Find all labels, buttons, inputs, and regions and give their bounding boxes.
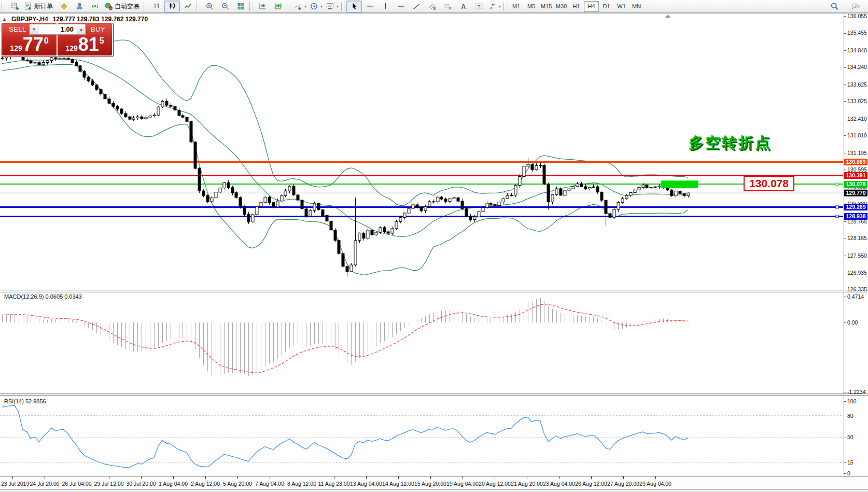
chart-area[interactable]: 136.055135.455134.840134.240133.625133.0… xyxy=(0,0,868,492)
time-tick-label: 19 Aug 04:00 xyxy=(446,481,479,487)
macd-min-label: -1.2234 xyxy=(847,389,866,395)
svg-text:130.391: 130.391 xyxy=(846,172,866,178)
time-tick-label: 21 Aug 20:00 xyxy=(511,481,543,487)
ohlc-values: 129.777 129.783 129.762 129.770 xyxy=(53,16,148,23)
collapse-panel-icon[interactable]: ▲ xyxy=(2,17,7,22)
time-tick-label: 29 Aug 04:00 xyxy=(639,481,671,487)
svg-text:129.269: 129.269 xyxy=(846,204,866,210)
price-tick-label: 131.195 xyxy=(847,150,867,156)
buy-price-pips: 81 xyxy=(78,35,99,54)
price-tick-label: 131.810 xyxy=(847,132,867,138)
rsi-tick-label: 15 xyxy=(847,459,853,466)
rsi-indicator-label: RSI(14) 52.9856 xyxy=(4,398,46,404)
volume-decrease-button[interactable]: ▼ xyxy=(30,24,38,34)
time-tick-label: 23 Jul 2019 xyxy=(1,481,29,487)
volume-increase-button[interactable]: ▲ xyxy=(77,24,86,34)
svg-text:130.869: 130.869 xyxy=(846,159,866,165)
time-tick-label: 26 Jul 04:00 xyxy=(62,481,91,487)
buy-price: 129 81 5 xyxy=(58,35,112,54)
time-tick-label: 20 Aug 12:00 xyxy=(479,481,511,487)
time-tick-label: 11 Aug 23:00 xyxy=(318,481,349,487)
rsi-tick-label: 50 xyxy=(847,434,853,440)
price-tick-label: 133.625 xyxy=(847,81,867,88)
price-tick-label: 126.935 xyxy=(847,270,867,276)
time-tick-label: 24 Jul 20:00 xyxy=(30,481,59,487)
price-tick-label: 128.165 xyxy=(847,235,867,241)
sell-price-base: 129 xyxy=(10,45,22,52)
rsi-tick-label: 100 xyxy=(847,398,857,404)
time-tick-label: 14 Aug 12:00 xyxy=(382,481,414,487)
price-tick-label: 132.410 xyxy=(847,116,867,122)
macd-max-label: 0.4714 xyxy=(847,293,864,300)
price-line-label: 130.078 xyxy=(844,181,867,188)
price-tick-label: 133.025 xyxy=(847,98,867,104)
line-anchor-handle[interactable] xyxy=(836,215,838,218)
symbol-period-label: GBPJPY-,H4 xyxy=(11,16,48,23)
rsi-tick-label: 80 xyxy=(847,413,853,419)
buy-button[interactable]: BUY xyxy=(91,25,105,33)
price-line-label: 129.269 xyxy=(844,204,867,210)
price-tick-label: 127.550 xyxy=(847,252,867,259)
time-tick-label: 15 Aug 20:00 xyxy=(414,481,446,487)
time-tick-label: 26 Aug 12:00 xyxy=(575,481,607,487)
time-tick-label: 8 Aug 12:00 xyxy=(287,481,316,487)
sell-price-pips: 77 xyxy=(23,35,44,54)
time-tick-label: 2 Aug 12:00 xyxy=(191,481,220,487)
time-tick-label: 13 Aug 04:00 xyxy=(350,481,382,487)
price-tick-label: 135.455 xyxy=(847,30,867,36)
mt4-window: 新订单自动交易▾▾▾EFAT▾M1M5M15M30H1H4D1W1MN 136.… xyxy=(0,0,868,492)
macd-indicator-label: MACD(12,26,9) 0.0605 0.0343 xyxy=(4,293,82,300)
volume-input[interactable] xyxy=(38,24,77,34)
time-tick-label: 5 Aug 20:00 xyxy=(223,481,252,487)
time-tick-label: 1 Aug 04:00 xyxy=(159,481,188,487)
time-tick-label: 29 Jul 12:00 xyxy=(94,481,123,487)
price-line-label: 130.391 xyxy=(844,172,867,179)
price-tick-label: 134.840 xyxy=(847,47,867,53)
time-tick-label: 7 Aug 04:00 xyxy=(255,481,284,487)
time-tick-label: 30 Jul 20:00 xyxy=(126,481,156,487)
line-anchor-handle[interactable] xyxy=(836,206,838,208)
macd-zero-label: 0.00 xyxy=(847,319,858,326)
svg-text:129.770: 129.770 xyxy=(846,190,866,196)
sell-button[interactable]: SELL xyxy=(9,25,26,33)
volume-stepper: ▼ ▲ xyxy=(29,24,86,35)
time-tick-label: 23 Aug 04:00 xyxy=(543,481,575,487)
supply-zone-rectangle[interactable] xyxy=(661,180,698,188)
price-line-label: 130.869 xyxy=(844,159,867,165)
chart-annotation-text[interactable]: 多空转折点 xyxy=(689,133,772,153)
time-tick-label: 27 Aug 20:00 xyxy=(607,481,639,487)
line-anchor-handle[interactable] xyxy=(836,183,838,186)
price-tick-label: 126.335 xyxy=(847,286,867,292)
price-level-callout[interactable]: 130.078 xyxy=(744,176,794,191)
buy-price-point: 5 xyxy=(100,37,104,45)
rsi-tick-label: 0 xyxy=(847,470,850,476)
one-click-trading-panel: SELL 129 77 0 BUY 129 81 5 ▼ ▲ xyxy=(2,23,114,57)
price-line-label: 128.938 xyxy=(844,213,867,220)
svg-text:130.078: 130.078 xyxy=(846,181,866,187)
buy-price-base: 129 xyxy=(65,45,77,52)
price-tick-label: 136.055 xyxy=(847,13,867,19)
svg-text:128.938: 128.938 xyxy=(846,213,866,219)
chart-header: ▲ GBPJPY-,H4 129.777 129.783 129.762 129… xyxy=(2,16,148,23)
price-tick-label: 134.240 xyxy=(847,64,867,70)
sell-price-point: 0 xyxy=(44,37,49,45)
sell-price: 129 77 0 xyxy=(2,35,57,54)
current-price-label: 129.770 xyxy=(844,190,867,196)
